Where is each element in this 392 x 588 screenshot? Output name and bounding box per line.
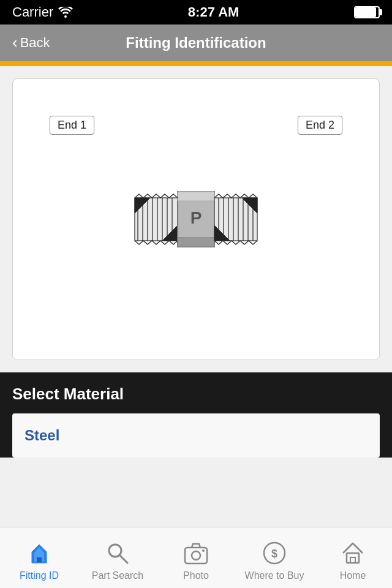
status-time: 8:27 AM xyxy=(188,4,239,20)
tab-fitting-id[interactable]: Fitting ID xyxy=(0,535,78,581)
select-material-section: Select Material Steel xyxy=(0,372,392,458)
fitting-id-icon xyxy=(26,540,53,567)
where-to-buy-icon: $ xyxy=(261,540,288,567)
svg-point-33 xyxy=(192,551,200,560)
svg-text:P: P xyxy=(190,208,202,227)
svg-marker-14 xyxy=(178,192,214,201)
tab-where-to-buy[interactable]: $ Where to Buy xyxy=(235,535,314,581)
tab-photo-label: Photo xyxy=(183,570,209,581)
photo-camera-icon xyxy=(183,540,209,567)
end1-label: End 1 xyxy=(50,116,94,135)
page-title: Fitting Identification xyxy=(126,34,266,51)
tab-bar: Fitting ID Part Search Photo $ Where to … xyxy=(0,527,392,588)
carrier-wifi-area: Carrier xyxy=(12,4,73,20)
fitting-diagram-card: End 1 End 2 xyxy=(12,78,380,360)
back-label: Back xyxy=(20,35,50,51)
tab-where-to-buy-label: Where to Buy xyxy=(245,570,304,581)
svg-text:$: $ xyxy=(271,548,277,560)
carrier-label: Carrier xyxy=(12,4,53,20)
tab-fitting-id-label: Fitting ID xyxy=(20,570,59,581)
main-content: End 1 End 2 xyxy=(0,66,392,372)
tab-part-search[interactable]: Part Search xyxy=(78,535,157,581)
battery-indicator xyxy=(354,6,380,18)
accent-line xyxy=(0,61,392,66)
svg-rect-38 xyxy=(350,557,355,563)
wifi-icon xyxy=(58,7,73,18)
home-icon xyxy=(339,540,366,567)
select-material-title: Select Material xyxy=(12,385,380,404)
status-bar: Carrier 8:27 AM xyxy=(0,0,392,24)
fitting-illustration: P xyxy=(123,170,270,268)
back-chevron-icon: ‹ xyxy=(12,33,18,52)
part-search-icon xyxy=(104,540,131,567)
end2-label: End 2 xyxy=(298,116,342,135)
svg-point-34 xyxy=(202,549,205,552)
tab-part-search-label: Part Search xyxy=(92,570,143,581)
svg-rect-29 xyxy=(37,557,42,562)
tab-photo[interactable]: Photo xyxy=(157,535,235,581)
back-button[interactable]: ‹ Back xyxy=(12,34,50,52)
svg-line-31 xyxy=(120,556,127,563)
nav-bar: ‹ Back Fitting Identification xyxy=(0,24,392,61)
tab-home-label: Home xyxy=(340,570,366,581)
svg-marker-15 xyxy=(178,238,214,247)
material-option-steel[interactable]: Steel xyxy=(12,413,380,458)
tab-home[interactable]: Home xyxy=(314,535,392,581)
